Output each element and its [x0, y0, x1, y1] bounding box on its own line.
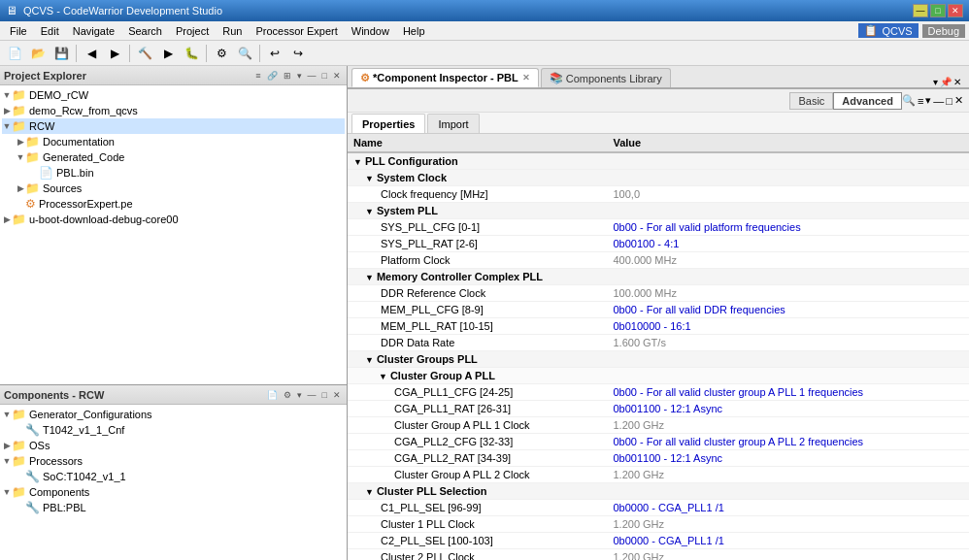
right-view-menu[interactable]: ▾ [925, 94, 931, 107]
tree-item-t1042[interactable]: ▶ 🔧 T1042_v1_1_Cnf [2, 422, 345, 438]
tab-list-button[interactable]: ▾ [933, 77, 938, 87]
tree-item-documentation[interactable]: ▶ 📁 Documentation [2, 134, 345, 149]
comp-settings-button[interactable]: ⚙ [282, 389, 293, 401]
table-row[interactable]: DDR Data Rate1.600 GT/s [348, 335, 969, 351]
tree-item-demo-from-qcvs[interactable]: ▶ 📁 demo_Rcw_from_qcvs [2, 103, 345, 118]
save-button[interactable]: 💾 [50, 43, 72, 64]
tree-item-uboot[interactable]: ▶ 📁 u-boot-download-debug-core00 [2, 212, 345, 227]
table-row[interactable]: C2_PLL_SEL [100-103]0b0000 - CGA_PLL1 /1 [348, 533, 969, 549]
minimize-button[interactable]: — [913, 4, 928, 17]
table-row[interactable]: Cluster Group A PLL 1 Clock1.200 GHz [348, 417, 969, 434]
expand-arrow[interactable]: ▼ [16, 152, 25, 162]
table-row[interactable]: DDR Reference Clock100.000 MHz [348, 285, 969, 302]
menu-processor-expert[interactable]: Processor Expert [250, 23, 343, 39]
tree-item-processors[interactable]: ▼ 📁 Processors [2, 453, 345, 469]
tree-item-processor-expert[interactable]: ▶ ⚙ ProcessorExpert.pe [2, 196, 345, 212]
debug-button[interactable]: 🐛 [181, 43, 202, 64]
table-row[interactable]: Clock frequency [MHz]100,0 [348, 186, 969, 203]
tree-item-components-folder[interactable]: ▼ 📁 Components [2, 484, 345, 500]
tree-item-pbl-pbl[interactable]: ▶ 🔧 PBL:PBL [2, 500, 345, 515]
comp-close[interactable]: ✕ [331, 389, 343, 401]
filter-button[interactable]: 🔍 [902, 94, 916, 107]
collapse-all-right-button[interactable]: ≡ [918, 95, 923, 107]
debug-badge[interactable]: Debug [922, 24, 965, 38]
qcvs-badge[interactable]: 📋 QCVS [858, 23, 918, 38]
table-row[interactable]: ▼PLL Configuration [348, 152, 969, 170]
build-button[interactable]: 🔨 [134, 43, 155, 64]
menu-file[interactable]: File [4, 23, 33, 39]
expand-arrow[interactable]: ▶ [16, 183, 25, 193]
open-button[interactable]: 📂 [27, 43, 49, 64]
table-row[interactable]: SYS_PLL_RAT [2-6]0b00100 - 4:1 [348, 236, 969, 252]
tree-item-soc[interactable]: ▶ 🔧 SoC:T1042_v1_1 [2, 469, 345, 484]
close-tab-button[interactable]: ✕ [953, 77, 961, 87]
tree-item-pbl-bin[interactable]: ▶ 📄 PBL.bin [2, 165, 345, 181]
menu-project[interactable]: Project [170, 23, 215, 39]
right-minimize[interactable]: — [933, 95, 944, 107]
tab-close-button[interactable]: ✕ [522, 73, 530, 82]
expand-arrow[interactable]: ▼ [2, 410, 12, 419]
close-button[interactable]: ✕ [948, 4, 963, 17]
forward-button[interactable]: ▶ [104, 43, 125, 64]
view-menu-button[interactable]: ▾ [295, 70, 304, 82]
expand-arrow[interactable]: ▼ [2, 121, 12, 131]
expand-arrow[interactable]: ▶ [16, 137, 25, 147]
table-row[interactable]: Platform Clock400.000 MHz [348, 252, 969, 269]
table-row[interactable]: CGA_PLL2_RAT [34-39]0b001100 - 12:1 Asyn… [348, 450, 969, 467]
tree-item-generated-code[interactable]: ▼ 📁 Generated_Code [2, 149, 345, 165]
table-row[interactable]: ▼Cluster PLL Selection [348, 483, 969, 500]
redo-button[interactable]: ↪ [287, 43, 309, 64]
new-view-button[interactable]: ⊞ [282, 70, 293, 82]
comp-new-button[interactable]: 📄 [265, 389, 280, 401]
menu-run[interactable]: Run [217, 23, 248, 39]
table-row[interactable]: ▼System Clock [348, 170, 969, 186]
menu-window[interactable]: Window [346, 23, 395, 39]
right-close[interactable]: ✕ [954, 94, 963, 107]
maximize-panel-button[interactable]: □ [320, 70, 329, 82]
comp-minimize[interactable]: — [306, 389, 318, 401]
pin-button[interactable]: 📌 [940, 77, 952, 87]
back-button[interactable]: ◀ [81, 43, 102, 64]
settings-button[interactable]: ⚙ [211, 43, 232, 64]
tab-components-library[interactable]: 📚 Components Library [541, 68, 671, 87]
basic-mode-button[interactable]: Basic [789, 92, 833, 110]
table-row[interactable]: CGA_PLL1_CFG [24-25]0b00 - For all valid… [348, 384, 969, 401]
table-row[interactable]: MEM_PLL_RAT [10-15]0b010000 - 16:1 [348, 318, 969, 335]
table-row[interactable]: SYS_PLL_CFG [0-1]0b00 - For all valid pl… [348, 219, 969, 236]
advanced-mode-button[interactable]: Advanced [833, 92, 902, 110]
table-row[interactable]: ▼Memory Controller Complex PLL [348, 269, 969, 285]
right-maximize[interactable]: □ [946, 95, 952, 107]
table-row[interactable]: C1_PLL_SEL [96-99]0b0000 - CGA_PLL1 /1 [348, 500, 969, 516]
tree-item-sources[interactable]: ▶ 📁 Sources [2, 181, 345, 196]
expand-arrow[interactable]: ▼ [2, 456, 12, 466]
table-row[interactable]: Cluster 1 PLL Clock1.200 GHz [348, 516, 969, 533]
link-editor-button[interactable]: 🔗 [265, 70, 280, 82]
tree-item-rcw[interactable]: ▼ 📁 RCW [2, 118, 345, 134]
new-button[interactable]: 📄 [4, 43, 25, 64]
maximize-button[interactable]: □ [930, 4, 946, 17]
search-toolbar-button[interactable]: 🔍 [234, 43, 255, 64]
expand-arrow[interactable]: ▼ [2, 90, 12, 100]
sub-tab-import[interactable]: Import [427, 114, 479, 133]
menu-search[interactable]: Search [122, 23, 168, 39]
tab-component-inspector[interactable]: ⚙ *Component Inspector - PBL ✕ [351, 68, 539, 87]
sub-tab-properties[interactable]: Properties [351, 114, 425, 133]
table-row[interactable]: MEM_PLL_CFG [8-9]0b00 - For all valid DD… [348, 302, 969, 318]
table-row[interactable]: ▼Cluster Groups PLL [348, 351, 969, 368]
collapse-all-button[interactable]: ≡ [253, 70, 262, 82]
expand-arrow[interactable]: ▶ [2, 214, 12, 224]
table-row[interactable]: Cluster 2 PLL Clock1.200 GHz [348, 549, 969, 561]
minimize-panel-button[interactable]: — [306, 70, 318, 82]
tree-item-gen-conf[interactable]: ▼ 📁 Generator_Configurations [2, 407, 345, 422]
title-bar-controls[interactable]: — □ ✕ [913, 4, 963, 17]
table-row[interactable]: ▼System PLL [348, 203, 969, 219]
expand-arrow[interactable]: ▼ [2, 487, 12, 497]
tree-item-demo-rcw[interactable]: ▼ 📁 DEMO_rCW [2, 87, 345, 103]
expand-arrow[interactable]: ▶ [2, 441, 12, 450]
run-button[interactable]: ▶ [157, 43, 179, 64]
table-row[interactable]: CGA_PLL1_RAT [26-31]0b001100 - 12:1 Asyn… [348, 401, 969, 417]
menu-help[interactable]: Help [397, 23, 431, 39]
comp-view-menu[interactable]: ▾ [295, 389, 304, 401]
table-row[interactable]: CGA_PLL2_CFG [32-33]0b00 - For all valid… [348, 434, 969, 450]
table-row[interactable]: Cluster Group A PLL 2 Clock1.200 GHz [348, 467, 969, 483]
